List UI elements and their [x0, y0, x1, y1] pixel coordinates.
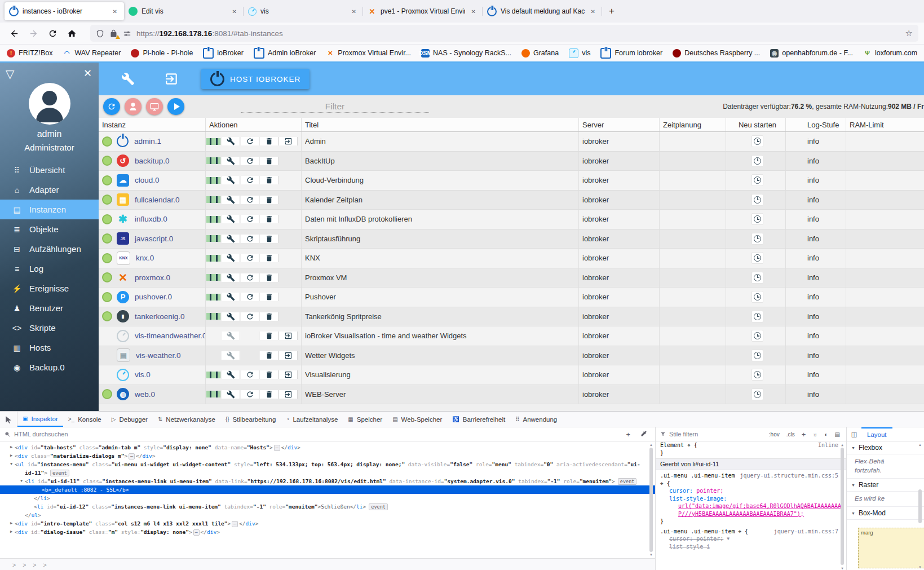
- schedule-clock-button[interactable]: [751, 311, 763, 322]
- instance-loglevel[interactable]: info: [786, 307, 846, 326]
- delete-button[interactable]: [259, 254, 278, 262]
- instance-name-link[interactable]: admin.1: [134, 137, 161, 145]
- bookmark-star-icon[interactable]: ☆: [905, 28, 913, 38]
- permissions-icon[interactable]: [123, 29, 131, 38]
- url-bar[interactable]: https://192.168.178.16:8081/#tab-instanc…: [90, 25, 918, 42]
- sidebar-item[interactable]: ▤ Instanzen: [0, 200, 99, 219]
- delete-button[interactable]: [259, 196, 278, 204]
- restart-button[interactable]: [240, 215, 259, 223]
- instance-loglevel[interactable]: info: [786, 326, 846, 346]
- css-declaration[interactable]: list-style-image:: [656, 495, 846, 503]
- expert-mode-icon[interactable]: [164, 72, 179, 86]
- instance-name-link[interactable]: influxdb.0: [135, 215, 167, 223]
- stylesheet-link[interactable]: jquery-ui.min.css:7: [774, 528, 846, 536]
- instance-loglevel[interactable]: info: [786, 229, 846, 249]
- dom-tree-node[interactable]: <b>_default :8082 - SSL</b>: [0, 485, 655, 494]
- delete-button[interactable]: [259, 293, 278, 301]
- instance-loglevel[interactable]: info: [786, 268, 846, 288]
- devtools-tab[interactable]: ♿ Barrierefreiheit: [447, 412, 510, 427]
- play-all-button[interactable]: [167, 98, 184, 115]
- open-instance-button[interactable]: [278, 332, 298, 340]
- restart-button[interactable]: [240, 370, 259, 379]
- config-wrench-icon[interactable]: [121, 72, 135, 86]
- expand-arrow-icon[interactable]: [27, 494, 34, 502]
- tile-view-toggle-button[interactable]: [146, 98, 163, 115]
- bookmark-item[interactable]: Pi-hole - Pi-hole: [131, 49, 193, 58]
- bookmark-item[interactable]: Deutsches Raspberry ...: [673, 49, 760, 58]
- settings-button[interactable]: [221, 273, 240, 282]
- instance-loglevel[interactable]: info: [786, 346, 846, 365]
- boxmodel-section-header[interactable]: ▼Box-Mod: [847, 507, 924, 520]
- breadcrumb-item[interactable]: [41, 561, 50, 569]
- boxmodel-margin-box[interactable]: marg: [858, 528, 924, 568]
- tab-close-icon[interactable]: ✕: [350, 7, 359, 16]
- sidebar-filter-icon[interactable]: ▽: [6, 67, 14, 81]
- pause-button[interactable]: [206, 157, 221, 164]
- style-filter-placeholder[interactable]: Stile filtern: [669, 431, 764, 438]
- delete-button[interactable]: [259, 351, 278, 360]
- settings-button[interactable]: [221, 293, 240, 301]
- instance-loglevel[interactable]: info: [786, 210, 846, 229]
- layout-tab[interactable]: Layout: [861, 427, 892, 441]
- pause-button[interactable]: [206, 391, 221, 397]
- dom-tree-node[interactable]: </li>: [0, 494, 655, 502]
- tab-close-icon[interactable]: ✕: [230, 7, 239, 16]
- devtools-tab[interactable]: ⇅ Netzwerkanalyse: [153, 412, 220, 427]
- class-toggle-button[interactable]: .cls: [785, 431, 797, 438]
- instance-loglevel[interactable]: info: [786, 385, 846, 404]
- sidebar-item[interactable]: ♟ Benutzer: [0, 298, 99, 318]
- home-button[interactable]: [63, 25, 80, 41]
- stylesheet-link[interactable]: jquery-ui.structure.min.css:5: [740, 472, 846, 480]
- sidebar-item[interactable]: ⚡ Ereignisse: [0, 279, 99, 298]
- open-instance-button[interactable]: [278, 370, 298, 379]
- settings-button[interactable]: [221, 137, 240, 145]
- bookmark-item[interactable]: ◠ WAV Repeater: [63, 49, 121, 58]
- delete-button[interactable]: [259, 370, 278, 379]
- sidebar-item[interactable]: ≣ Objekte: [0, 219, 99, 239]
- expert-mode-toggle-button[interactable]: [125, 98, 142, 115]
- bookmark-item[interactable]: ioBroker: [203, 48, 244, 59]
- bookmark-item[interactable]: ✕ Proxmox Virtual Envir...: [326, 49, 411, 58]
- pause-button[interactable]: [206, 274, 221, 281]
- schedule-clock-button[interactable]: [751, 233, 763, 245]
- devtools-tab[interactable]: ▦ Speicher: [343, 412, 387, 427]
- instance-loglevel[interactable]: info: [786, 288, 846, 307]
- delete-button[interactable]: [259, 273, 278, 282]
- sidebar-item[interactable]: ⠿ Übersicht: [0, 160, 99, 180]
- contrast-icon[interactable]: ◐: [823, 431, 830, 438]
- restart-button[interactable]: [240, 235, 259, 243]
- tab-close-icon[interactable]: ✕: [110, 7, 120, 16]
- instance-loglevel[interactable]: info: [786, 152, 846, 171]
- restart-button[interactable]: [240, 273, 259, 282]
- instance-loglevel[interactable]: info: [786, 132, 846, 151]
- css-url-value[interactable]: url("data:image/gif;base64,R0lGODlhAQABA…: [678, 502, 841, 510]
- restart-button[interactable]: [240, 176, 259, 184]
- settings-button[interactable]: [221, 332, 240, 340]
- open-instance-button[interactable]: [278, 390, 298, 399]
- schedule-clock-button[interactable]: [751, 174, 763, 186]
- delete-button[interactable]: [259, 332, 278, 340]
- restart-button[interactable]: [240, 157, 259, 165]
- bookmark-item[interactable]: Forum iobroker: [600, 48, 662, 59]
- restart-button[interactable]: [240, 312, 259, 321]
- flexbox-section-header[interactable]: ▼Flexbox: [847, 441, 924, 454]
- browser-tab[interactable]: instances - ioBroker ✕: [5, 2, 124, 20]
- settings-button[interactable]: [221, 351, 240, 360]
- url-text[interactable]: https://192.168.178.16:8081/#tab-instanc…: [136, 29, 900, 38]
- schedule-clock-button[interactable]: [751, 350, 763, 361]
- sidebar-item[interactable]: ≡ Log: [0, 259, 99, 279]
- instance-name-link[interactable]: javascript.0: [135, 235, 173, 243]
- settings-button[interactable]: [221, 390, 240, 399]
- dom-tree-node[interactable]: <li id="ui-id-12" class="instances-menu-…: [0, 502, 655, 511]
- pause-button[interactable]: [206, 196, 221, 203]
- expand-arrow-icon[interactable]: ▶: [8, 528, 15, 536]
- schedule-clock-button[interactable]: [751, 291, 763, 303]
- pause-button[interactable]: [206, 138, 221, 145]
- dom-tree-node[interactable]: ▼ <ul id="instances-menu" class="ui-menu…: [0, 460, 655, 469]
- rules-scrollbar[interactable]: ▲▼: [839, 443, 845, 570]
- instance-name-link[interactable]: fullcalendar.0: [135, 196, 180, 204]
- expand-arrow-icon[interactable]: ▶: [8, 519, 15, 528]
- sidebar-item[interactable]: <> Skripte: [0, 318, 99, 338]
- schedule-clock-button[interactable]: [751, 155, 763, 167]
- bookmark-item[interactable]: Grafana: [521, 49, 559, 58]
